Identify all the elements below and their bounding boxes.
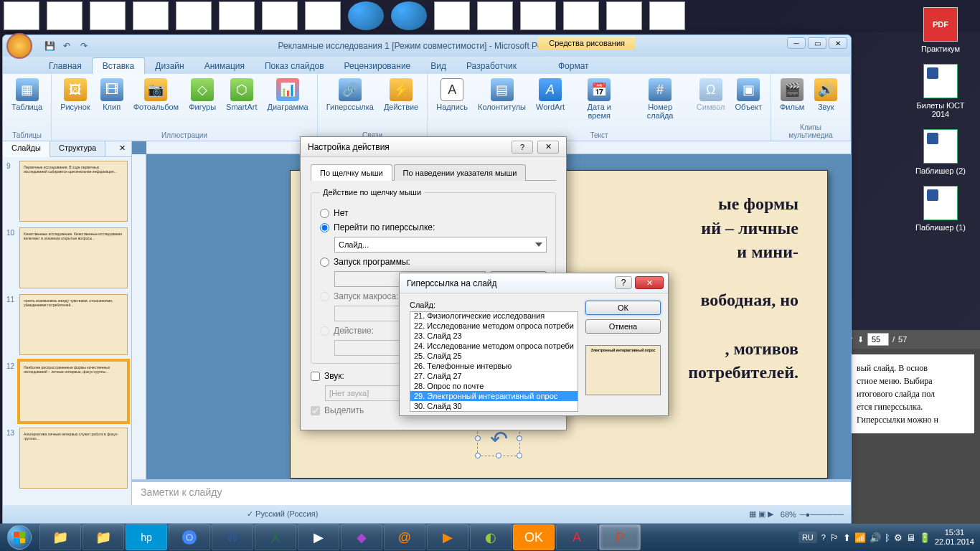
slide-thumb[interactable]: 10Качественные исследования. Качественны… bbox=[6, 227, 128, 288]
vertical-ruler[interactable] bbox=[132, 154, 146, 505]
sound-button[interactable]: 🔊Звук bbox=[811, 77, 840, 113]
close-button[interactable]: ✕ bbox=[537, 141, 559, 154]
slide-thumb-selected[interactable]: 12Наиболее распространенные формы качест… bbox=[6, 361, 128, 422]
task-hp[interactable]: hp bbox=[126, 524, 167, 550]
task-excel[interactable]: X bbox=[255, 524, 296, 550]
top-thumb-ball[interactable] bbox=[348, 1, 384, 30]
undo-icon[interactable]: ↶ bbox=[60, 39, 74, 53]
task-explorer[interactable]: 📁 bbox=[83, 524, 124, 550]
task-explorer[interactable]: 📁 bbox=[39, 524, 81, 550]
tab-animation[interactable]: Анимация bbox=[194, 58, 255, 74]
symbol-button[interactable]: ΩСимвол bbox=[694, 77, 728, 113]
shapes-button[interactable]: ◇Фигуры bbox=[186, 77, 219, 113]
slide-list-item[interactable]: 28. Опрос по почте bbox=[410, 381, 578, 391]
table-button[interactable]: ▦Таблица bbox=[9, 77, 45, 113]
top-thumb[interactable] bbox=[563, 1, 599, 30]
tab-view[interactable]: Вид bbox=[420, 58, 456, 74]
slide-list-item[interactable]: 25. Слайд 25 bbox=[410, 351, 578, 361]
notes-pane[interactable]: Заметки к слайду bbox=[132, 479, 851, 505]
cancel-button[interactable]: Отмена bbox=[585, 319, 661, 334]
resize-handle[interactable] bbox=[475, 435, 481, 441]
task-word[interactable]: W bbox=[212, 524, 253, 550]
view-buttons[interactable]: ▦ ▣ ▶ bbox=[749, 509, 773, 519]
top-thumb[interactable] bbox=[133, 1, 169, 30]
help-button[interactable]: ? bbox=[512, 141, 533, 154]
pdf-nav-icon[interactable]: ⬇ bbox=[857, 335, 864, 344]
minimize-button[interactable]: ─ bbox=[787, 37, 806, 49]
slide-thumb[interactable]: 13Альтернатива личным интервью служит ра… bbox=[6, 428, 128, 489]
titlebar[interactable]: 💾 ↶ ↷ Рекламные исследования 1 [Режим со… bbox=[3, 35, 851, 57]
battery-icon[interactable]: 🔋 bbox=[919, 532, 930, 543]
task-powerpoint[interactable]: P bbox=[599, 524, 641, 550]
slide-thumbnails[interactable]: 9Первичные исследования. В ходе первичны… bbox=[3, 157, 131, 505]
top-thumb[interactable] bbox=[4, 1, 39, 30]
slide-list-item[interactable]: 27. Слайд 27 bbox=[410, 371, 578, 381]
picture-button[interactable]: 🖼Рисунок bbox=[57, 77, 93, 113]
pdf-page-input[interactable] bbox=[867, 333, 889, 346]
bluetooth-icon[interactable]: ᛒ bbox=[885, 532, 890, 543]
top-thumb[interactable] bbox=[434, 1, 470, 30]
tab-mouseover[interactable]: По наведении указателя мыши bbox=[394, 164, 527, 181]
desktop-icon-word[interactable]: Билеты ЮСТ 2014 bbox=[908, 64, 973, 118]
tray-icon[interactable]: 🖥 bbox=[906, 532, 915, 543]
tray-icon[interactable]: ⬆ bbox=[843, 532, 851, 543]
volume-icon[interactable]: 🔊 bbox=[870, 532, 881, 543]
tab-slides[interactable]: Слайды bbox=[3, 141, 50, 157]
status-lang[interactable]: ✓ Русский (Россия) bbox=[247, 509, 318, 519]
clip-button[interactable]: 🎞Клип bbox=[98, 77, 126, 113]
textbox-button[interactable]: AНадпись bbox=[433, 77, 471, 113]
clock[interactable]: 15:31 22.01.2014 bbox=[935, 528, 974, 547]
wordart-button[interactable]: AWordArt bbox=[533, 77, 567, 113]
top-thumb[interactable] bbox=[520, 1, 556, 30]
radio-hyperlink[interactable] bbox=[320, 223, 329, 232]
tab-format[interactable]: Формат bbox=[548, 58, 599, 74]
tab-review[interactable]: Рецензирование bbox=[334, 58, 421, 74]
close-button[interactable]: ✕ bbox=[829, 37, 847, 49]
smartart-button[interactable]: ⬡SmartArt bbox=[223, 77, 260, 113]
task-media[interactable]: ▶ bbox=[427, 524, 468, 550]
top-thumb[interactable] bbox=[305, 1, 341, 30]
photoalbum-button[interactable]: 📷Фотоальбом bbox=[131, 77, 182, 113]
slide-list-item[interactable]: 30. Слайд 30 bbox=[410, 401, 578, 411]
resize-handle[interactable] bbox=[496, 453, 501, 458]
hyperlink-button[interactable]: 🔗Гиперссылка bbox=[324, 77, 377, 113]
task-app[interactable]: ◐ bbox=[470, 524, 512, 550]
save-icon[interactable]: 💾 bbox=[42, 39, 57, 53]
radio-program[interactable] bbox=[320, 258, 329, 267]
task-app[interactable]: ◆ bbox=[341, 524, 382, 550]
object-button[interactable]: ▣Объект bbox=[732, 77, 765, 113]
task-app[interactable]: ▶ bbox=[298, 524, 339, 550]
task-app[interactable]: OK bbox=[513, 524, 555, 550]
slide-list-item[interactable]: 29. Электронный интерактивный опрос bbox=[410, 391, 578, 401]
tab-design[interactable]: Дизайн bbox=[145, 58, 194, 74]
task-mail[interactable]: @ bbox=[384, 524, 425, 550]
help-button[interactable]: ? bbox=[615, 276, 632, 289]
language-indicator[interactable]: RU bbox=[798, 532, 817, 543]
zoom-value[interactable]: 68% bbox=[781, 510, 796, 519]
slidenumber-button[interactable]: #Номер слайда bbox=[631, 77, 689, 121]
desktop-icon-word[interactable]: Паблишер (2) bbox=[908, 129, 973, 175]
desktop-icon-word[interactable]: Паблишер (1) bbox=[908, 186, 973, 232]
network-icon[interactable]: 📶 bbox=[854, 532, 866, 543]
slide-list-item[interactable]: 22. Исследование методом опроса потреби bbox=[410, 321, 578, 331]
action-button[interactable]: ⚡Действие bbox=[381, 77, 421, 113]
pdf-reader-window[interactable]: ⬆ ⬇ / 57 вый слайд. В основ стное меню. … bbox=[844, 330, 980, 527]
hyperlink-select[interactable]: Слайд... bbox=[334, 237, 547, 253]
tab-slideshow[interactable]: Показ слайдов bbox=[255, 58, 334, 74]
slide-thumb[interactable]: 9Первичные исследования. В ходе первичны… bbox=[6, 161, 128, 222]
datetime-button[interactable]: 📅Дата и время bbox=[572, 77, 626, 121]
top-thumb[interactable] bbox=[649, 1, 685, 30]
tray-icon[interactable]: 🏳 bbox=[830, 532, 839, 543]
top-thumb[interactable] bbox=[47, 1, 83, 30]
tab-developer[interactable]: Разработчик bbox=[456, 58, 527, 74]
top-thumb-ball[interactable] bbox=[391, 1, 427, 30]
top-thumb[interactable] bbox=[606, 1, 642, 30]
panel-close-icon[interactable]: ✕ bbox=[113, 141, 131, 156]
dialog-titlebar[interactable]: Настройка действия ? ✕ bbox=[301, 137, 566, 157]
redo-icon[interactable]: ↷ bbox=[77, 39, 91, 53]
top-thumb[interactable] bbox=[262, 1, 298, 30]
top-thumb[interactable] bbox=[176, 1, 212, 30]
slide-list-item[interactable]: 21. Физиологические исследования bbox=[410, 311, 578, 321]
radio-none[interactable] bbox=[320, 209, 329, 218]
slide-list[interactable]: 21. Физиологические исследования22. Иссл… bbox=[410, 311, 578, 412]
